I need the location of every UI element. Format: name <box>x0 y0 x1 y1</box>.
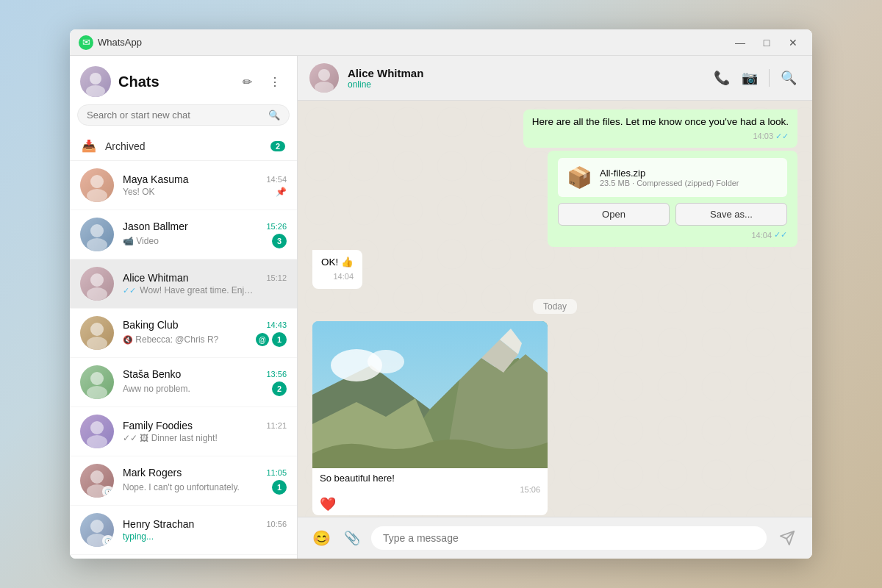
chat-item-mark[interactable]: 🕐 Mark Rogers 11:05 Nope. I can't go unf… <box>70 456 297 506</box>
new-chat-button[interactable]: ✏ <box>235 70 259 93</box>
message-meta: 14:04 <box>321 271 354 282</box>
photo-bubble: So beautiful here! 15:06 ❤️ <box>312 321 548 515</box>
message-bubble-received: OK! 👍 14:04 <box>312 250 362 288</box>
chat-info-family: Family Foodies 11:21 ✓✓ 🖼 Dinner last ni… <box>123 420 287 443</box>
photo-image[interactable] <box>312 321 548 468</box>
close-button[interactable]: ✕ <box>783 35 803 50</box>
file-actions: Open Save as... <box>558 203 787 226</box>
svg-point-1 <box>86 85 105 97</box>
send-button[interactable] <box>774 525 800 551</box>
svg-point-7 <box>87 287 107 301</box>
emoji-button[interactable]: 😊 <box>309 526 333 550</box>
chat-name: Family Foodies <box>123 420 193 431</box>
chat-info-henry: Henry Strachan 10:56 typing... <box>123 518 287 542</box>
chat-time: 11:05 <box>266 468 287 477</box>
archived-badge: 2 <box>270 141 285 151</box>
file-name: All-files.zip <box>600 168 739 179</box>
message-time: 15:06 <box>520 485 540 494</box>
chat-list: 📥 Archived 2 Maya Kasuma 14:54 <box>70 132 297 559</box>
save-file-button[interactable]: Save as... <box>675 203 787 226</box>
svg-point-13 <box>87 435 107 448</box>
chat-time: 15:12 <box>266 273 287 282</box>
svg-point-30 <box>368 350 404 373</box>
message-bubble-sent: Here are all the files. Let me know once… <box>523 110 797 148</box>
chat-name: Staša Benko <box>123 368 181 380</box>
file-inner: 📦 All-files.zip 23.5 MB · Compressed (zi… <box>558 158 787 197</box>
chat-info-jason: Jason Ballmer 15:26 📹 Video 3 <box>123 220 287 248</box>
double-check-icon: ✓✓ <box>123 286 136 295</box>
sidebar: Chats ✏ ⋮ 🔍 📥 Archived 2 <box>70 56 298 559</box>
read-tick: ✓✓ <box>775 131 789 142</box>
file-details: All-files.zip 23.5 MB · Compressed (zipp… <box>600 168 739 187</box>
search-bar: 🔍 <box>77 104 290 126</box>
chat-preview: ✓✓ 🖼 Dinner last night! <box>123 433 218 443</box>
chat-preview: 📹 Video <box>123 236 159 246</box>
chat-item-henry[interactable]: 🕐 Henry Strachan 10:56 typing... <box>70 506 297 555</box>
chat-info-alice: Alice Whitman 15:12 ✓✓ Wow! Have great t… <box>123 272 287 295</box>
message-meta: 14:04 ✓✓ <box>558 230 787 240</box>
chat-info-baking: Baking Club 14:43 🔇 Rebecca: @Chris R? @… <box>123 319 287 347</box>
unread-badge: 1 <box>272 332 287 347</box>
contact-avatar[interactable] <box>309 63 339 93</box>
chat-preview: ✓✓ Wow! Have great time. Enjoy. <box>123 285 255 295</box>
clock-overlay: 🕐 <box>102 535 114 547</box>
chat-header-actions: 📞 📷 🔍 <box>710 66 800 90</box>
avatar-henry: 🕐 <box>80 513 114 547</box>
avatar-baking <box>80 316 114 350</box>
message-input[interactable] <box>371 526 767 550</box>
read-tick: ✓✓ <box>774 230 787 240</box>
chat-item-stasa[interactable]: Staša Benko 13:56 Aww no problem. 2 <box>70 358 297 407</box>
open-file-button[interactable]: Open <box>558 203 670 226</box>
search-icon: 🔍 <box>268 110 280 121</box>
chat-time: 15:26 <box>266 222 287 231</box>
svg-point-3 <box>87 189 107 202</box>
contact-name: Alice Whitman <box>348 67 710 79</box>
unread-badge: 2 <box>272 381 287 396</box>
avatar-stasa <box>80 365 114 399</box>
menu-button[interactable]: ⋮ <box>263 70 287 93</box>
svg-point-21 <box>315 82 334 93</box>
sidebar-actions: ✏ ⋮ <box>235 70 287 93</box>
svg-point-4 <box>90 224 104 237</box>
sidebar-title: Chats <box>118 74 235 90</box>
messages-container: Here are all the files. Let me know once… <box>298 101 812 517</box>
voice-call-button[interactable]: 📞 <box>710 66 734 90</box>
chat-item-alice[interactable]: Alice Whitman 15:12 ✓✓ Wow! Have great t… <box>70 259 297 309</box>
title-bar: ✉ WhatsApp — □ ✕ <box>70 29 812 56</box>
chat-item-dawn[interactable]: Dawn Jones 8:32 <box>70 555 297 559</box>
svg-point-20 <box>318 69 330 81</box>
user-avatar[interactable] <box>80 66 111 97</box>
svg-point-11 <box>87 386 107 399</box>
message-row: Here are all the files. Let me know once… <box>312 110 797 151</box>
unread-badge: 3 <box>272 234 287 248</box>
svg-point-10 <box>90 372 104 385</box>
chat-item-maya[interactable]: Maya Kasuma 14:54 Yes! OK 📌 <box>70 161 297 210</box>
file-type-icon: 📦 <box>567 165 592 190</box>
main-layout: Chats ✏ ⋮ 🔍 📥 Archived 2 <box>70 56 812 559</box>
search-chat-button[interactable]: 🔍 <box>777 66 800 90</box>
chat-header: Alice Whitman online 📞 📷 🔍 <box>298 56 812 101</box>
message-text: OK! 👍 <box>321 257 354 268</box>
file-size: 23.5 MB · Compressed (zipped) Folder <box>600 179 739 187</box>
video-call-button[interactable]: 📷 <box>738 66 761 90</box>
avatar-maya <box>80 168 114 202</box>
chat-item-baking[interactable]: Baking Club 14:43 🔇 Rebecca: @Chris R? @… <box>70 309 297 358</box>
maximize-button[interactable]: □ <box>756 35 777 50</box>
contact-status: online <box>348 79 710 90</box>
clock-overlay: 🕐 <box>102 486 114 498</box>
unread-badge: 1 <box>272 480 287 495</box>
chat-name: Henry Strachan <box>123 518 194 530</box>
chat-item-family[interactable]: Family Foodies 11:21 ✓✓ 🖼 Dinner last ni… <box>70 407 297 456</box>
archived-row[interactable]: 📥 Archived 2 <box>70 132 297 161</box>
minimize-button[interactable]: — <box>730 35 750 50</box>
chat-preview: 🔇 Rebecca: @Chris R? <box>123 334 218 345</box>
chat-item-jason[interactable]: Jason Ballmer 15:26 📹 Video 3 <box>70 210 297 259</box>
attach-button[interactable]: 📎 <box>340 526 364 550</box>
chat-time: 14:43 <box>266 320 287 329</box>
reaction: ❤️ <box>320 496 540 512</box>
file-message: 📦 All-files.zip 23.5 MB · Compressed (zi… <box>548 151 797 247</box>
app-window: ✉ WhatsApp — □ ✕ Chats ✏ ⋮ <box>70 29 812 559</box>
window-controls: — □ ✕ <box>730 35 803 50</box>
search-input[interactable] <box>87 110 268 121</box>
svg-point-16 <box>90 520 104 533</box>
